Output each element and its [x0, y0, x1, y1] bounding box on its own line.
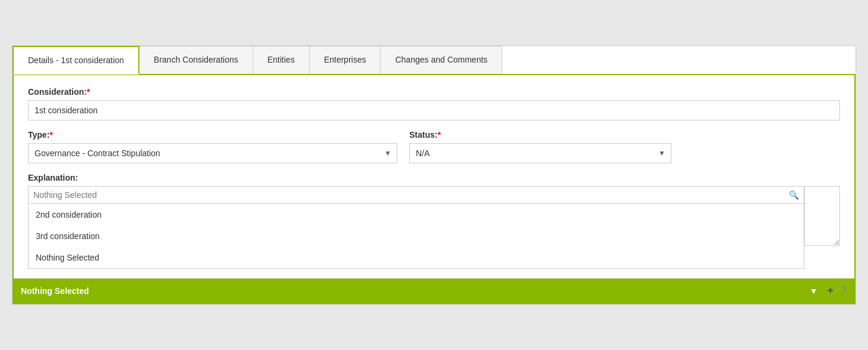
list-item[interactable]: Nothing Selected	[29, 247, 804, 268]
status-label: Status:*	[409, 130, 671, 140]
tab-entities[interactable]: Entities	[253, 46, 310, 74]
list-item[interactable]: 2nd consideration	[29, 204, 804, 225]
explanation-row: 🔍 2nd consideration 3rd consideration No…	[28, 186, 840, 269]
explanation-dropdown[interactable]: 🔍 2nd consideration 3rd consideration No…	[28, 186, 804, 269]
type-field-group: Type:* Governance - Contract Stipulation…	[28, 130, 397, 163]
search-icon: 🔍	[789, 190, 799, 200]
explanation-label: Explanation:	[28, 173, 840, 182]
consideration-input[interactable]	[28, 100, 840, 120]
status-required: *	[437, 130, 440, 140]
help-button[interactable]: ?	[841, 284, 847, 297]
type-required: *	[49, 130, 52, 140]
bottom-bar: Nothing Selected ▼ + ?	[14, 278, 854, 303]
explanation-textarea[interactable]	[804, 186, 840, 246]
dropdown-search-row: 🔍	[29, 187, 804, 204]
type-label: Type:*	[28, 130, 397, 140]
list-item[interactable]: 3rd consideration	[29, 225, 804, 247]
consideration-required: *	[87, 87, 90, 97]
consideration-label: Consideration:*	[28, 87, 840, 97]
tab-changes[interactable]: Changes and Comments	[380, 46, 502, 74]
type-select-wrapper: Governance - Contract StipulationOther ▼	[28, 143, 397, 163]
type-select[interactable]: Governance - Contract StipulationOther	[28, 143, 397, 163]
tab-enterprises[interactable]: Enterprises	[309, 46, 381, 74]
type-status-row: Type:* Governance - Contract Stipulation…	[28, 130, 840, 163]
tab-details[interactable]: Details - 1st consideration	[13, 46, 139, 75]
content-area: Consideration:* Type:* Governance - Cont…	[13, 74, 855, 304]
dropdown-search-input[interactable]	[33, 190, 789, 200]
consideration-field-group: Consideration:*	[28, 87, 840, 120]
main-container: Details - 1st consideration Branch Consi…	[12, 45, 856, 305]
dropdown-list: 2nd consideration 3rd consideration Noth…	[29, 204, 804, 268]
tab-bar: Details - 1st consideration Branch Consi…	[13, 46, 855, 74]
bottom-chevron-down-icon: ▼	[810, 286, 818, 296]
status-select-wrapper: N/AActiveInactive ▼	[409, 143, 671, 163]
explanation-field-group: Explanation: 🔍 2nd consideration 3rd con…	[28, 173, 840, 269]
explanation-dropdown-area: 🔍 2nd consideration 3rd consideration No…	[28, 186, 804, 269]
explanation-right	[804, 186, 840, 269]
selected-item-label: Nothing Selected	[21, 286, 810, 296]
status-select[interactable]: N/AActiveInactive	[409, 143, 671, 163]
add-button[interactable]: +	[827, 284, 833, 297]
status-field-group: Status:* N/AActiveInactive ▼	[409, 130, 671, 163]
tab-branch[interactable]: Branch Considerations	[139, 46, 253, 74]
